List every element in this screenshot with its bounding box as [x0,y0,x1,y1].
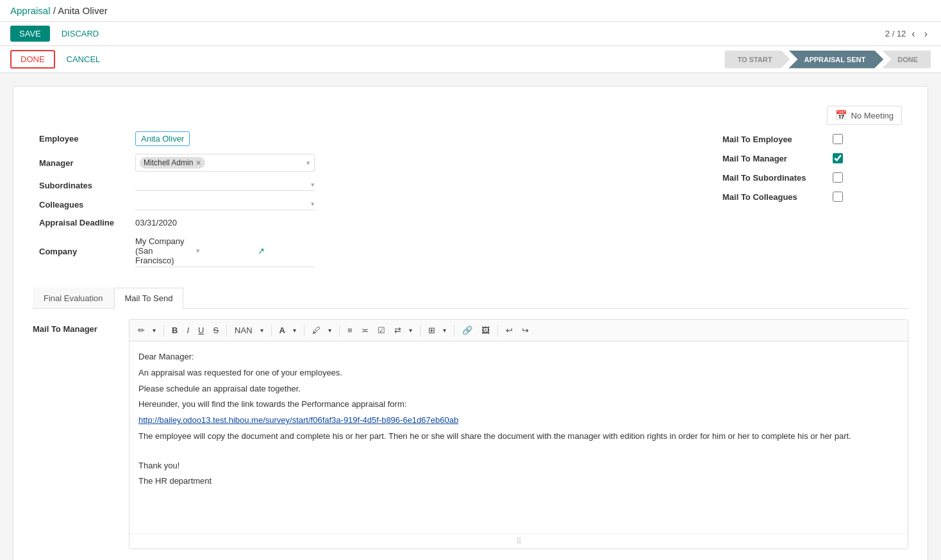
employee-label: Employee [39,134,135,144]
subordinates-value: ▾ [135,179,684,191]
toolbar-actions: SAVE DISCARD [10,26,105,42]
mail-employee-checkbox[interactable] [833,134,843,144]
mail-subordinates-label: Mail To Subordinates [722,173,825,183]
mail-colleagues-label: Mail To Colleagues [722,192,825,202]
editor-toolbar: ✏ ▾ B I U S NAN ▾ [129,320,908,342]
employee-input[interactable]: Anita Oliver [135,131,190,146]
table-arrow[interactable]: ▾ [440,325,449,336]
mail-editor-section: Mail To Manager ✏ ▾ B I U S [33,319,908,549]
sep-1 [163,325,164,336]
breadcrumb: Appraisal / Anita Oliver [10,5,108,16]
unordered-list-button[interactable]: ≡ [344,324,356,337]
sep-7 [454,325,454,336]
underline-button[interactable]: U [195,324,207,337]
company-dropdown-arrow: ▾ [196,247,253,255]
subordinates-input[interactable]: ▾ [135,179,315,191]
highlight-combo: 🖊 ▾ [309,324,335,337]
mail-line-1: Dear Manager: [138,350,899,364]
mail-department: The HR department [138,475,899,488]
next-button[interactable]: › [921,27,931,41]
status-steps: TO START APPRAISAL SENT DONE [725,51,931,69]
editor-box: ✏ ▾ B I U S NAN ▾ [129,319,908,549]
main-content: 📅 No Meeting Employee Anita Oliver Manag… [0,73,941,560]
no-meeting-bar: 📅 No Meeting [33,99,908,125]
sep-8 [497,325,498,336]
company-field-row: Company My Company (San Francisco) ▾ ↗ [39,235,684,267]
manager-field-row: Manager Mitchell Admin ✕ ▾ [39,154,684,172]
align-button[interactable]: ⇄ [391,324,404,337]
deadline-label: Appraisal Deadline [39,218,135,227]
table-button[interactable]: ⊞ [425,324,438,337]
status-step-to-start[interactable]: TO START [724,51,790,69]
fontsize-label: NAN [231,324,255,337]
manager-tag: Mitchell Admin ✕ [140,157,205,169]
tabs: Final Evaluation Mail To Send [33,288,908,309]
company-input[interactable]: My Company (San Francisco) ▾ ↗ [135,235,315,267]
undo-button[interactable]: ↩ [503,324,516,337]
manager-label: Manager [39,158,135,168]
table-combo: ⊞ ▾ [425,324,449,337]
italic-button[interactable]: I [183,324,192,337]
status-step-appraisal-sent[interactable]: APPRAISAL SENT [788,51,883,69]
highlight-button[interactable]: 🖊 [309,324,324,337]
second-toolbar: DONE CANCEL TO START APPRAISAL SENT DONE [0,46,941,73]
redo-button[interactable]: ↪ [519,324,532,337]
calendar-icon: 📅 [835,110,847,121]
strikethrough-button[interactable]: S [210,324,222,337]
manager-tag-remove[interactable]: ✕ [196,159,201,167]
deadline-text[interactable]: 03/31/2020 [135,218,177,227]
mail-line-4: Hereunder, you will find the link toward… [138,398,899,411]
subordinates-arrow: ▾ [311,181,315,189]
image-button[interactable]: 🖼 [478,324,493,337]
mail-line-5: The employee will copy the document and … [138,430,899,443]
manager-input[interactable]: Mitchell Admin ✕ ▾ [135,154,315,172]
employee-value: Anita Oliver [135,131,684,146]
mail-thanks: Thank you! [138,459,899,473]
sep-3 [271,325,272,336]
mail-colleagues-checkbox[interactable] [833,192,843,202]
fontsize-combo: NAN ▾ [231,324,266,337]
fontcolor-arrow[interactable]: ▾ [290,325,299,336]
status-step-done[interactable]: DONE [882,51,931,69]
resize-icon: ⠿ [516,537,522,546]
link-button[interactable]: 🔗 [459,324,476,337]
deadline-value: 03/31/2020 [135,218,684,227]
external-link-icon[interactable]: ↗ [258,246,315,256]
tab-final-evaluation[interactable]: Final Evaluation [33,288,114,308]
tab-mail-to-send[interactable]: Mail To Send [114,288,184,309]
checklist-button[interactable]: ☑ [374,324,388,337]
align-combo: ⇄ ▾ [391,324,415,337]
mail-employee-row: Mail To Employee [722,134,902,144]
mail-manager-checkbox[interactable] [833,153,843,163]
pagination-text: 2 / 12 [885,29,906,38]
breadcrumb-parent[interactable]: Appraisal [10,5,51,16]
editor-resize-handle[interactable]: ⠿ [129,534,908,548]
colleagues-input[interactable]: ▾ [135,199,315,210]
pagination: 2 / 12 ‹ › [885,27,931,41]
format-brush-button[interactable]: ✏ [135,324,148,337]
fontsize-arrow[interactable]: ▾ [257,325,267,336]
format-brush-arrow[interactable]: ▾ [149,325,159,336]
prev-button[interactable]: ‹ [908,27,918,41]
colleagues-label: Colleagues [39,200,135,210]
form-left-column: Employee Anita Oliver Manager Mitchell A… [39,131,684,275]
align-arrow[interactable]: ▾ [406,325,415,336]
ordered-list-button[interactable]: ≍ [358,324,372,337]
bold-button[interactable]: B [169,324,181,337]
mail-subordinates-checkbox[interactable] [833,172,843,183]
no-meeting-label: No Meeting [851,111,894,120]
sep-6 [420,325,421,336]
mail-link[interactable]: http://bailey.odoo13.test.hibou.me/surve… [138,414,899,427]
breadcrumb-bar: Appraisal / Anita Oliver [0,0,941,22]
editor-content[interactable]: Dear Manager: An appraisal was requested… [129,342,908,534]
no-meeting-button[interactable]: 📅 No Meeting [827,106,902,125]
done-button[interactable]: DONE [10,50,55,69]
save-button[interactable]: SAVE [10,26,50,42]
form-right-column: Mail To Employee Mail To Manager Mail To… [722,131,902,275]
tabs-container: Final Evaluation Mail To Send Mail To Ma… [33,288,908,549]
cancel-button[interactable]: CANCEL [60,50,107,69]
highlight-arrow[interactable]: ▾ [325,325,335,336]
colleagues-arrow: ▾ [311,200,315,208]
discard-button[interactable]: DISCARD [55,26,106,42]
fontcolor-button[interactable]: A [276,324,288,337]
